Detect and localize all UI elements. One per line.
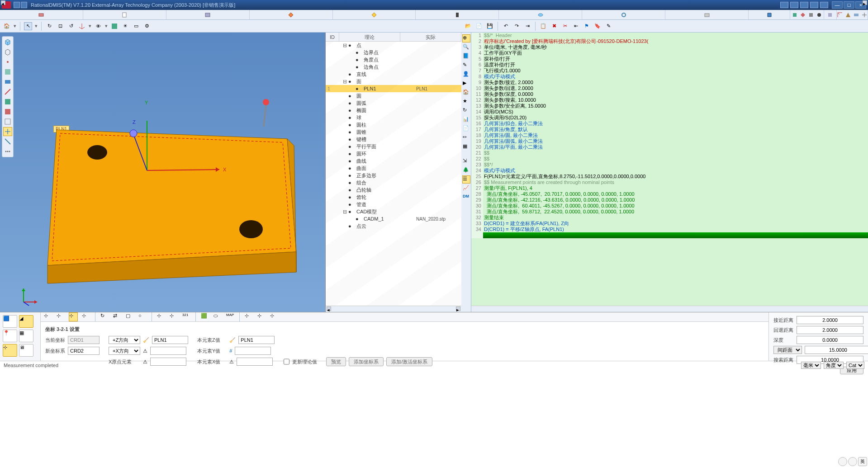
z-dir-select[interactable]: +Z方向 <box>109 336 140 344</box>
update-nominal-checkbox[interactable] <box>284 358 289 366</box>
unit-angle-select[interactable]: 角度 <box>824 362 844 369</box>
rotate-icon[interactable]: ↺ <box>67 22 75 30</box>
tree-row[interactable]: ●管道 <box>326 201 461 208</box>
btb-f3-icon[interactable]: ⊹ <box>270 312 279 321</box>
title-ctrl[interactable] <box>820 2 828 8</box>
bl-grid-icon[interactable]: ▦ <box>19 330 33 342</box>
corner-lang[interactable]: 英 <box>858 457 867 466</box>
tree-row[interactable]: ●直线 <box>326 71 461 78</box>
tree-row[interactable]: ●角度点 <box>326 56 461 63</box>
view-icon[interactable]: 👁 <box>94 22 102 30</box>
clearance-select[interactable]: 间距面 <box>773 346 802 354</box>
vtool-edge-icon[interactable] <box>3 87 12 96</box>
ctool-home-icon[interactable]: 🏠 <box>462 89 470 97</box>
3d-viewport[interactable]: PLN1 X Y Z <box>0 33 326 312</box>
ctool-list-icon[interactable]: ☰ <box>462 175 470 184</box>
settings-icon[interactable]: ⚙ <box>143 22 151 30</box>
ctool-chart-icon[interactable]: 📈 <box>462 184 470 193</box>
refresh-icon[interactable]: ↻ <box>45 22 53 30</box>
tree-row[interactable]: ●平行平面 <box>326 143 461 150</box>
corner-btn[interactable] <box>848 457 857 466</box>
btb-ellipse-icon[interactable]: ⬭ <box>213 312 222 321</box>
main-tab[interactable] <box>749 10 790 19</box>
flag-icon[interactable]: ⚑ <box>583 22 591 30</box>
layers-icon[interactable]: ▭ <box>132 22 140 30</box>
ctool-doc-icon[interactable]: 📄 <box>462 125 470 133</box>
tree-row[interactable]: ●圆锥 <box>326 128 461 136</box>
ctool-edit2-icon[interactable]: ✏ <box>462 134 470 142</box>
sun-icon[interactable]: ☀ <box>121 22 129 30</box>
vtool-surface-icon[interactable] <box>3 77 12 86</box>
corner-btn[interactable] <box>838 457 847 466</box>
btb-f2-icon[interactable]: ⊹ <box>257 312 266 321</box>
btb-cyl-icon[interactable]: ○ <box>138 312 147 321</box>
main-tab[interactable] <box>166 10 250 19</box>
title-icon[interactable] <box>21 2 27 8</box>
copy-icon[interactable]: 📋 <box>539 22 547 30</box>
tree-row[interactable]: ●边角点 <box>326 63 461 71</box>
bookmark-icon[interactable]: 🔖 <box>593 22 602 30</box>
ctool-edit-icon[interactable]: ✎ <box>462 61 470 70</box>
zoom-fit-icon[interactable]: ⊡ <box>56 22 64 30</box>
tree-row[interactable]: ●圆环 <box>326 150 461 157</box>
tree-row[interactable]: ●键槽 <box>326 136 461 143</box>
indent-icon[interactable]: ⇥ <box>523 22 531 30</box>
x-origin-input[interactable] <box>150 358 186 366</box>
import-icon[interactable]: ⇤ <box>572 22 580 30</box>
btb-321-icon[interactable]: 321 <box>182 312 191 321</box>
bl-plane-icon[interactable]: ◢ <box>19 315 33 328</box>
main-tab[interactable] <box>665 10 749 19</box>
tree-row[interactable]: 1●PLN1PLN1 <box>326 85 461 92</box>
main-tab[interactable] <box>582 10 665 19</box>
x-feature-input[interactable] <box>150 347 186 355</box>
btb-cs2-icon[interactable]: ⊹ <box>56 312 65 321</box>
highlight-icon[interactable]: ✎ <box>604 22 612 30</box>
tree-row[interactable]: ●边界点 <box>326 49 461 56</box>
by-feature-input[interactable] <box>235 347 271 355</box>
tree-row[interactable]: ●圆 <box>326 92 461 99</box>
btb-map-icon[interactable]: MAP <box>226 312 235 321</box>
tree-hscroll[interactable]: ◂ ▸ <box>326 306 461 312</box>
axes-icon[interactable] <box>78 22 86 30</box>
btb-box-icon[interactable]: ▢ <box>125 312 134 321</box>
title-ctrl[interactable] <box>780 2 788 8</box>
vtool-measure-icon[interactable] <box>3 137 12 146</box>
btb-trans-icon[interactable]: ⇄ <box>113 312 122 321</box>
maximize-button[interactable]: □ <box>844 1 854 9</box>
tree-row[interactable]: ●齿轮 <box>326 193 461 201</box>
eraser-icon[interactable]: 🧹 <box>229 337 236 343</box>
bl-cube-icon[interactable]: 🟦 <box>3 315 17 328</box>
new-cs-input[interactable] <box>68 347 100 355</box>
add-activate-cs-button[interactable]: 添加/激活坐标系 <box>386 357 432 366</box>
minimize-button[interactable]: — <box>832 1 843 9</box>
tree-body[interactable]: ⊟●点●边界点●角度点●边角点●直线⊟●面1●PLN1PLN1●圆●圆弧●椭圆●… <box>326 42 461 306</box>
unit-cat-select[interactable]: Cat <box>846 362 864 369</box>
btb-b-icon[interactable]: ⊹ <box>169 312 178 321</box>
retract-input[interactable] <box>797 326 863 334</box>
ctool-expand-icon[interactable]: ⇲ <box>462 157 470 165</box>
tree-row[interactable]: ⊟●点 <box>326 42 461 49</box>
main-tab[interactable] <box>0 10 83 19</box>
z-feature-input[interactable] <box>152 336 188 344</box>
bz-feature-input[interactable] <box>238 336 275 344</box>
vtool-section-icon[interactable] <box>3 127 12 136</box>
depth-input[interactable] <box>797 336 863 344</box>
main-tab-group[interactable] <box>837 10 868 19</box>
main-tab-group[interactable] <box>790 10 824 19</box>
preview-button[interactable]: 预览 <box>326 357 346 366</box>
undo-icon[interactable]: ↶ <box>502 22 510 30</box>
tree-row[interactable]: ●椭圆 <box>326 107 461 114</box>
clearance-input[interactable] <box>805 346 868 354</box>
vtool-more-icon[interactable] <box>3 147 12 156</box>
vtool-grid-icon[interactable] <box>3 67 12 76</box>
ctool-run-icon[interactable]: ▶ <box>462 80 470 88</box>
ctool-book-icon[interactable]: 📘 <box>462 52 470 61</box>
bx-feature-input[interactable] <box>237 358 273 366</box>
vtool-cube-icon[interactable] <box>3 38 12 47</box>
ctool-loop-icon[interactable]: ↻ <box>462 107 470 115</box>
bl-probe-icon[interactable]: 📍 <box>3 330 17 342</box>
tree-row[interactable]: ●凸轮轴 <box>326 186 461 193</box>
main-tab[interactable] <box>83 10 166 19</box>
unit-mm-select[interactable]: 毫米 <box>801 362 821 369</box>
part-model[interactable]: X <box>43 121 305 292</box>
